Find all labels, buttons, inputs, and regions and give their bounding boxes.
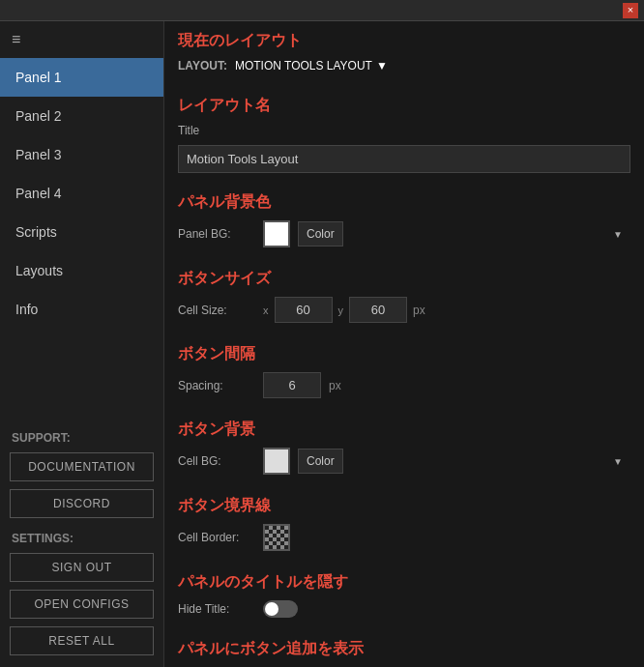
- cell-border-label: Cell Border:: [178, 531, 255, 544]
- spacing-row: Spacing: px: [178, 372, 630, 398]
- y-label: y: [338, 304, 344, 316]
- reset-all-button[interactable]: RESET ALL: [10, 626, 154, 655]
- cell-border-row: Cell Border:: [178, 524, 630, 551]
- panel-bg-swatch[interactable]: [263, 220, 290, 247]
- discord-button[interactable]: DISCORD: [10, 489, 154, 518]
- close-button[interactable]: ×: [623, 3, 638, 18]
- title-bar: ×: [0, 0, 644, 21]
- spacing-label: Spacing:: [178, 379, 255, 392]
- cell-size-xy: x y px: [263, 297, 425, 323]
- button-spacing-label-jp: ボタン間隔: [178, 344, 630, 364]
- cell-border-swatch[interactable]: [263, 524, 290, 551]
- button-size-label-jp: ボタンサイズ: [178, 269, 630, 289]
- content-area: 現在のレイアウト LAYOUT: MOTION TOOLS LAYOUT ▼ レ…: [164, 21, 644, 667]
- cell-bg-color-wrapper: Color: [298, 449, 630, 474]
- layout-dropdown-button[interactable]: MOTION TOOLS LAYOUT ▼: [235, 59, 388, 72]
- settings-label: SETTINGS:: [0, 522, 163, 549]
- support-label: SUPPORT:: [0, 421, 163, 449]
- open-configs-button[interactable]: OPEN CONFIGS: [10, 590, 154, 619]
- panel-bg-color-wrapper: Color: [298, 221, 630, 246]
- sidebar: ≡ Panel 1 Panel 2 Panel 3 Panel 4 Script…: [0, 21, 164, 667]
- cell-bg-color-select[interactable]: Color: [298, 449, 343, 474]
- button-bg-label-jp: ボタン背景: [178, 420, 630, 440]
- current-layout-label-jp: 現在のレイアウト: [178, 31, 630, 51]
- main-container: ≡ Panel 1 Panel 2 Panel 3 Panel 4 Script…: [0, 21, 644, 667]
- layout-dropdown-arrow: ▼: [376, 59, 388, 72]
- layout-row: LAYOUT: MOTION TOOLS LAYOUT ▼: [178, 59, 630, 72]
- hide-title-label: Hide Title:: [178, 602, 255, 616]
- panel-bg-label: Panel BG:: [178, 227, 255, 241]
- title-input[interactable]: [178, 145, 630, 173]
- sidebar-item-layouts[interactable]: Layouts: [0, 251, 163, 290]
- button-border-label-jp: ボタン境界線: [178, 496, 630, 516]
- sidebar-item-panel2[interactable]: Panel 2: [0, 97, 163, 135]
- sidebar-item-panel3[interactable]: Panel 3: [0, 135, 163, 174]
- sidebar-item-panel4[interactable]: Panel 4: [0, 174, 163, 213]
- sidebar-item-info[interactable]: Info: [0, 290, 163, 329]
- layout-prefix: LAYOUT:: [178, 59, 227, 72]
- sign-out-button[interactable]: SIGN OUT: [10, 553, 154, 582]
- cell-size-row: Cell Size: x y px: [178, 297, 630, 323]
- hide-title-slider: [263, 600, 298, 618]
- documentation-button[interactable]: DOCUMENTATION: [10, 452, 154, 481]
- panel-bg-color-select[interactable]: Color: [298, 221, 343, 246]
- cell-bg-swatch[interactable]: [263, 448, 290, 475]
- hide-title-toggle[interactable]: [263, 600, 298, 618]
- panel-bg-row: Panel BG: Color: [178, 220, 630, 247]
- cell-size-y-input[interactable]: [349, 297, 407, 323]
- add-button-label-jp: パネルにボタン追加を表示: [178, 639, 630, 659]
- sidebar-item-scripts[interactable]: Scripts: [0, 213, 163, 251]
- cell-size-px: px: [413, 304, 425, 317]
- layout-value: MOTION TOOLS LAYOUT: [235, 59, 372, 72]
- title-field-label: Title: [178, 124, 630, 137]
- spacing-px: px: [329, 379, 341, 392]
- panel-bg-label-jp: パネル背景色: [178, 192, 630, 213]
- cell-bg-row: Cell BG: Color: [178, 448, 630, 475]
- cell-size-x-input[interactable]: [275, 297, 333, 323]
- cell-size-label: Cell Size:: [178, 304, 255, 317]
- hide-title-label-jp: パネルのタイトルを隠す: [178, 572, 630, 593]
- hide-title-row: Hide Title:: [178, 600, 630, 618]
- x-label: x: [263, 304, 269, 316]
- sidebar-item-panel1[interactable]: Panel 1: [0, 58, 163, 97]
- layout-name-label-jp: レイアウト名: [178, 96, 630, 116]
- hamburger-icon[interactable]: ≡: [0, 21, 163, 58]
- spacing-input[interactable]: [263, 372, 321, 398]
- cell-bg-label: Cell BG:: [178, 454, 255, 468]
